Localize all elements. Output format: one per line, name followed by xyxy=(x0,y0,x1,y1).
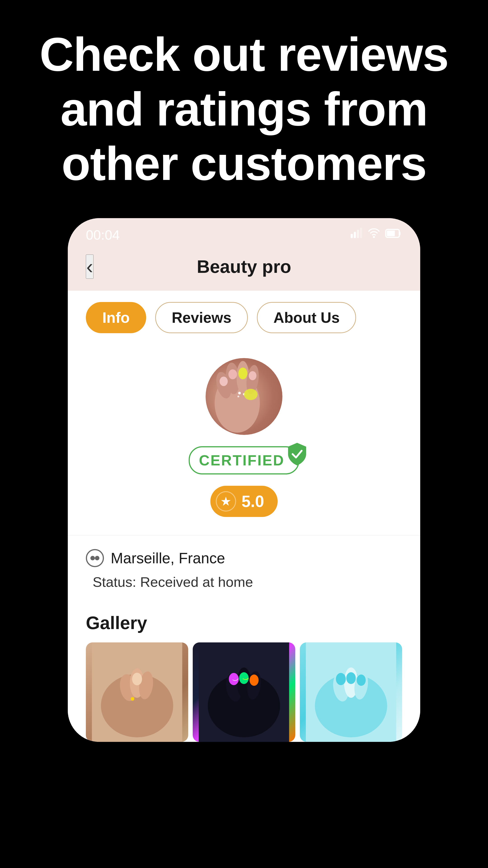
certified-container: CERTIFIED xyxy=(189,446,299,474)
status-bar: 00:04 xyxy=(68,218,420,250)
hero-section: Check out reviews and ratings from other… xyxy=(0,0,488,209)
svg-point-16 xyxy=(238,392,241,395)
location-text: Marseille, France xyxy=(111,550,225,567)
status-label: Status: Received at home xyxy=(86,574,253,590)
gallery-item[interactable] xyxy=(300,643,402,742)
signal-icon xyxy=(350,227,363,243)
svg-rect-6 xyxy=(387,230,395,236)
battery-icon xyxy=(385,227,402,243)
info-section: Marseille, France Status: Received at ho… xyxy=(68,535,420,603)
location-icon xyxy=(86,549,104,567)
svg-rect-1 xyxy=(354,232,356,238)
phone-wrapper: 00:04 xyxy=(0,218,488,742)
back-button[interactable]: ‹ xyxy=(86,254,94,279)
tab-about[interactable]: About Us xyxy=(257,302,356,333)
gallery-item[interactable] xyxy=(86,643,188,742)
certified-badge: CERTIFIED xyxy=(189,446,299,474)
svg-point-15 xyxy=(249,371,256,380)
svg-point-25 xyxy=(131,697,134,701)
tab-reviews[interactable]: Reviews xyxy=(155,302,248,333)
svg-point-14 xyxy=(220,377,228,386)
svg-point-40 xyxy=(346,672,356,684)
svg-point-32 xyxy=(239,672,249,684)
gallery-grid xyxy=(86,643,402,742)
status-icons xyxy=(350,227,402,243)
location-row: Marseille, France xyxy=(86,549,402,567)
certified-label: CERTIFIED xyxy=(199,452,285,469)
star-circle: ★ xyxy=(216,491,236,512)
star-icon: ★ xyxy=(220,494,231,508)
svg-rect-3 xyxy=(360,228,362,238)
rating-value: 5.0 xyxy=(241,492,264,510)
svg-point-41 xyxy=(357,675,365,686)
avatar-image xyxy=(205,358,283,435)
svg-point-39 xyxy=(336,673,346,685)
status-time: 00:04 xyxy=(86,227,120,243)
svg-point-18 xyxy=(237,396,239,397)
svg-point-12 xyxy=(238,368,248,379)
gallery-section: Gallery xyxy=(68,603,420,742)
profile-section: CERTIFIED ★ 5.0 xyxy=(68,344,420,535)
svg-point-17 xyxy=(243,393,245,395)
status-row: Status: Received at home xyxy=(86,574,402,590)
tab-bar: Info Reviews About Us xyxy=(68,291,420,344)
shield-check-icon xyxy=(286,442,308,467)
svg-point-4 xyxy=(373,237,375,238)
svg-rect-0 xyxy=(351,234,353,238)
avatar xyxy=(205,358,283,435)
svg-point-33 xyxy=(250,675,259,686)
svg-point-31 xyxy=(229,673,239,685)
app-header: ‹ Beauty pro xyxy=(68,250,420,291)
tab-info[interactable]: Info xyxy=(86,302,146,333)
wifi-icon xyxy=(367,227,381,243)
rating-badge: ★ 5.0 xyxy=(210,486,278,517)
gallery-title: Gallery xyxy=(86,613,402,633)
svg-rect-2 xyxy=(357,230,359,238)
svg-point-24 xyxy=(132,673,142,685)
svg-point-13 xyxy=(228,369,237,379)
phone-frame: 00:04 xyxy=(68,218,420,742)
hero-headline: Check out reviews and ratings from other… xyxy=(36,27,452,191)
page-title: Beauty pro xyxy=(197,256,291,277)
gallery-item[interactable] xyxy=(193,643,295,742)
